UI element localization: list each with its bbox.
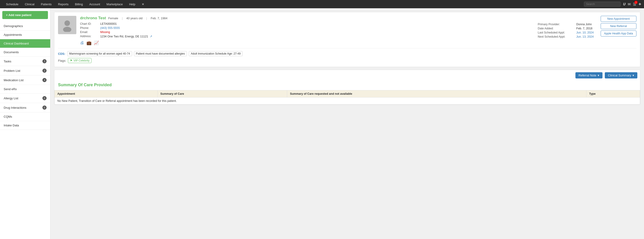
clinical-summary-button[interactable]: Clinical Summary ▾ <box>605 72 637 78</box>
sidebar-item-intake-data[interactable]: Intake Data <box>0 121 50 130</box>
sidebar-item-drug-interactions[interactable]: Drug Interactions 0 <box>0 103 50 112</box>
flag-icon: ⚑ <box>70 59 72 62</box>
patient-top-row: drchrono Test Female | 40 years old | Fe… <box>58 16 636 46</box>
patient-left: drchrono Test Female | 40 years old | Fe… <box>58 16 534 46</box>
tasks-badge: 3 <box>42 59 46 63</box>
cds-tag-1: Patient must have documented allergies <box>134 51 187 56</box>
sep1: | <box>122 16 122 20</box>
patient-info-grid: Chart ID: LETA000001 Phone: (443) 555-55… <box>80 22 534 38</box>
svg-point-1 <box>63 27 71 32</box>
sidebar-label-tasks: Tasks <box>4 60 11 63</box>
cds-tag-0: Mammogram screening for all women aged 4… <box>67 51 132 56</box>
phone-label: Phone: <box>80 26 98 30</box>
app-body: + Add new patient Demographics Appointme… <box>0 8 644 239</box>
summary-table: Appointment Summary of Care Summary of C… <box>54 90 640 104</box>
col-summary-requested: Summary of Care requested and not availa… <box>287 90 586 98</box>
cds-row: CDS: Mammogram screening for all women a… <box>58 51 636 56</box>
cds-link[interactable]: CDS: <box>58 52 65 56</box>
sidebar-item-appointments[interactable]: Appointments <box>0 30 50 39</box>
patient-avatar <box>58 16 76 34</box>
sep2: | <box>146 16 147 20</box>
next-appt-value[interactable]: Jun. 13, 2024 <box>576 35 594 38</box>
phone-value[interactable]: (443) 555-5555 <box>100 26 534 30</box>
sidebar-label-appointments: Appointments <box>4 33 22 36</box>
sidebar-item-demographics[interactable]: Demographics <box>0 22 50 30</box>
sidebar-item-send-erx[interactable]: Send eRx <box>0 85 50 94</box>
sidebar-item-documents[interactable]: Documents <box>0 48 50 57</box>
avatar-svg <box>60 18 74 32</box>
add-patient-button[interactable]: + Add new patient <box>2 11 48 19</box>
date-added-value: Feb. 7, 2018 <box>576 27 594 30</box>
sidebar-item-problem-list[interactable]: Problem List 2 <box>0 66 50 76</box>
sidebar-item-tasks[interactable]: Tasks 3 <box>0 57 50 66</box>
notification-icon[interactable]: ☰ 1 <box>633 2 636 6</box>
sidebar-label-intake-data: Intake Data <box>4 124 19 127</box>
apple-health-button[interactable]: Apple Health App Data <box>601 30 636 36</box>
nav-reports[interactable]: Reports <box>55 0 72 8</box>
problem-list-badge: 2 <box>42 68 46 73</box>
nav-marketplace[interactable]: Marketplace <box>103 0 126 8</box>
nav-close[interactable]: ✕ <box>138 0 148 8</box>
patient-right: Primary Provider: Donna John Date Added:… <box>538 16 636 46</box>
mail-icon[interactable]: ✉ <box>628 2 631 6</box>
nav-clinical[interactable]: Clinical <box>22 0 38 8</box>
print-icon[interactable]: 🖨 <box>80 40 84 46</box>
summary-header-row: Referral Note ▾ Clinical Summary ▾ <box>54 70 640 81</box>
email-value: Missing <box>100 30 534 34</box>
table-header-row: Appointment Summary of Care Summary of C… <box>54 90 640 98</box>
referral-note-dropdown-icon: ▾ <box>598 74 599 77</box>
sidebar-label-drug-interactions: Drug Interactions <box>4 106 26 110</box>
top-navigation: Schedule Clinical Patients Reports Billi… <box>0 0 644 8</box>
email-label: Email: <box>80 30 98 34</box>
nav-schedule[interactable]: Schedule <box>3 0 22 8</box>
sidebar-item-allergy-list[interactable]: Allergy List 0 <box>0 94 50 103</box>
sidebar-label-medication-list: Medication List <box>4 78 24 82</box>
summary-title: Summary Of Care Provided <box>54 81 640 90</box>
allergy-list-badge: 0 <box>42 96 46 100</box>
external-link-icon[interactable]: ↗ <box>150 35 152 38</box>
sidebar-item-cqms[interactable]: CQMs <box>0 112 50 121</box>
patient-card-divider <box>58 48 636 48</box>
sidebar-label-send-erx: Send eRx <box>4 88 17 91</box>
date-added-label: Date Added: <box>538 27 574 30</box>
suitcase-icon[interactable]: 💼 <box>86 40 92 46</box>
patient-name: drchrono Test <box>80 16 106 20</box>
patient-card: drchrono Test Female | 40 years old | Fe… <box>54 12 640 67</box>
nav-help[interactable]: Help <box>126 0 138 8</box>
primary-provider-value: Donna John <box>576 23 594 26</box>
right-info-grid: Primary Provider: Donna John Date Added:… <box>538 23 594 46</box>
address-value: 1234 One Two Rd, Energy, DE 11121 ↗ <box>100 35 534 38</box>
top-nav-icons: 𝙐 ✉ ☰ 1 + <box>623 2 641 7</box>
sidebar-label-documents: Documents <box>4 50 19 54</box>
last-appt-value[interactable]: Jun. 10, 2024 <box>576 31 594 34</box>
summary-section: Referral Note ▾ Clinical Summary ▾ Summa… <box>54 70 640 105</box>
chart-id-value: LETA000001 <box>100 22 534 26</box>
sidebar-item-clinical-dashboard[interactable]: Clinical Dashboard ➜ <box>0 39 50 48</box>
nav-billing[interactable]: Billing <box>72 0 86 8</box>
sidebar-item-medication-list[interactable]: Medication List 4 <box>0 76 50 85</box>
add-icon[interactable]: + <box>638 2 641 7</box>
new-referral-button[interactable]: New Referral <box>601 23 636 29</box>
chart-id-label: Chart ID: <box>80 22 98 26</box>
referral-note-button[interactable]: Referral Note ▾ <box>576 72 602 78</box>
last-appt-label: Last Scheduled Appt: <box>538 31 574 34</box>
sidebar-label-cqms: CQMs <box>4 115 12 118</box>
col-type: Type <box>586 90 640 98</box>
primary-provider-label: Primary Provider: <box>538 23 574 26</box>
sidebar-label-allergy-list: Allergy List <box>4 96 18 100</box>
cds-tag-2: Adult Immunization Schedule Age: 27-49 <box>189 51 243 56</box>
clinical-summary-dropdown-icon: ▾ <box>632 74 634 77</box>
flags-row: Flags: ⚑ VIP Celebrity <box>58 58 636 63</box>
new-appointment-button[interactable]: New Appointment <box>601 16 636 22</box>
search-input[interactable] <box>584 2 620 7</box>
vitals-icon[interactable]: 📈 <box>94 40 99 46</box>
underline-icon[interactable]: 𝙐 <box>623 2 626 6</box>
sidebar: + Add new patient Demographics Appointme… <box>0 8 50 239</box>
patient-name-row: drchrono Test Female | 40 years old | Fe… <box>80 16 534 20</box>
drug-interactions-badge: 0 <box>42 106 46 110</box>
flag-tag-0: ⚑ VIP Celebrity <box>68 58 92 63</box>
nav-patients[interactable]: Patients <box>38 0 55 8</box>
nav-account[interactable]: Account <box>86 0 103 8</box>
patient-action-icons: 🖨 💼 📈 <box>80 40 534 46</box>
patient-gender: Female <box>108 16 118 20</box>
